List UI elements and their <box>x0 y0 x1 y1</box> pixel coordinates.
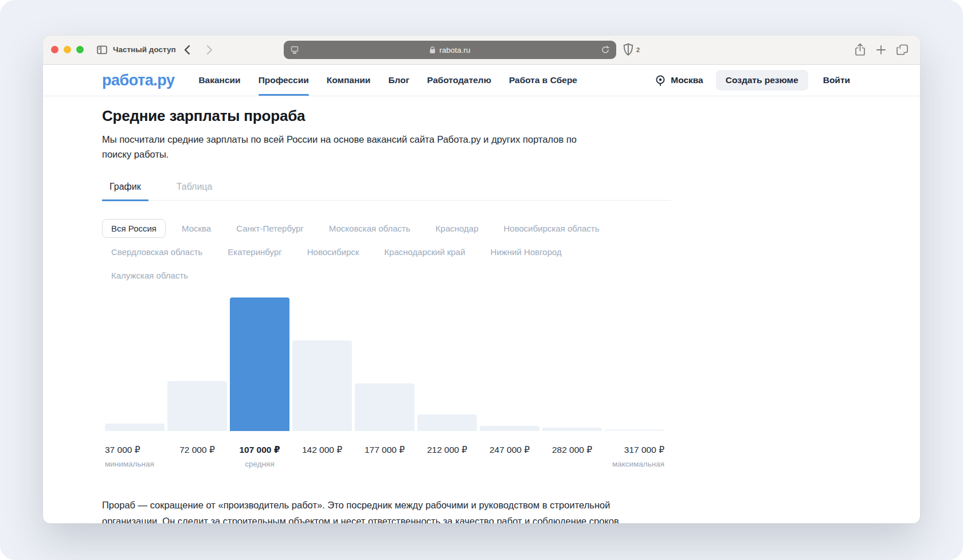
chart-label-column: 142 000 ₽ <box>292 445 352 469</box>
chart-bars <box>102 297 920 431</box>
chart-bar[interactable] <box>105 424 165 431</box>
salary-sublabel <box>480 460 539 469</box>
filter-row: Свердловская область Екатеринбург Новоси… <box>102 242 920 261</box>
filter-chip-sverdlovsk-region[interactable]: Свердловская область <box>102 242 212 261</box>
page-title: Средние зарплаты прораба <box>102 107 920 124</box>
salary-sublabel: максимальная <box>605 460 664 469</box>
salary-value-label: 317 000 ₽ <box>605 445 664 455</box>
filter-chip-kaluga-region[interactable]: Калужская область <box>102 266 197 285</box>
profession-about-text: Прораб — сокращение от «производитель ра… <box>102 497 661 523</box>
lock-icon <box>429 46 436 54</box>
salary-value-label: 142 000 ₽ <box>292 445 352 455</box>
chart-label-column: 177 000 ₽ <box>355 445 414 469</box>
region-filters: Вся Россия Москва Санкт-Петербург Москов… <box>102 219 920 285</box>
create-resume-button[interactable]: Создать резюме <box>716 70 808 91</box>
filter-chip-all-russia[interactable]: Вся Россия <box>102 219 166 238</box>
close-window-button[interactable] <box>51 46 58 53</box>
nav-item-blog[interactable]: Блог <box>388 65 409 96</box>
filter-chip-nizhny-novgorod[interactable]: Нижний Новгород <box>481 242 571 261</box>
private-mode-label: Частный доступ <box>113 45 176 54</box>
salary-value-label: 107 000 ₽ <box>230 445 289 455</box>
sidebar-toggle-icon[interactable] <box>96 44 108 56</box>
salary-value-label: 72 000 ₽ <box>167 445 227 455</box>
website-settings-icon[interactable] <box>291 46 299 54</box>
share-icon[interactable] <box>854 43 866 57</box>
chart-label-column: 107 000 ₽средняя <box>230 445 289 469</box>
desktop-background: Частный доступ rabota.ru <box>0 0 963 560</box>
filter-chip-krasnodar[interactable]: Краснодар <box>426 219 488 238</box>
chart-bar[interactable] <box>355 383 414 431</box>
header-right: Москва Создать резюме Войти <box>655 70 920 91</box>
chart-label-column: 247 000 ₽ <box>480 445 539 469</box>
back-button[interactable] <box>182 44 193 56</box>
salary-sublabel <box>167 460 227 469</box>
salary-sublabel <box>355 460 414 469</box>
salary-sublabel <box>417 460 477 469</box>
chart-bar[interactable] <box>417 414 477 431</box>
reload-icon[interactable] <box>601 45 610 54</box>
browser-window: Частный доступ rabota.ru <box>43 36 920 523</box>
shield-icon <box>623 43 633 56</box>
location-selector[interactable]: Москва <box>655 75 703 87</box>
zoom-window-button[interactable] <box>76 46 84 53</box>
salary-sublabel <box>542 460 602 469</box>
chart-bar[interactable] <box>605 429 664 431</box>
filter-chip-krasnodar-krai[interactable]: Краснодарский край <box>375 242 474 261</box>
tab-table[interactable]: Таблица <box>169 177 220 201</box>
url-display: rabota.ru <box>429 46 470 54</box>
chart-bar[interactable] <box>542 428 602 431</box>
login-button[interactable]: Войти <box>823 75 850 85</box>
salary-value-label: 247 000 ₽ <box>480 445 539 455</box>
chart-label-column: 282 000 ₽ <box>542 445 602 469</box>
filter-chip-moscow-region[interactable]: Московская область <box>320 219 420 238</box>
salary-value-label: 177 000 ₽ <box>355 445 414 455</box>
salary-value-label: 212 000 ₽ <box>417 445 477 455</box>
chart-bar[interactable] <box>292 340 352 431</box>
nav-item-professions[interactable]: Профессии <box>259 65 309 96</box>
minimize-window-button[interactable] <box>64 46 71 53</box>
location-label: Москва <box>671 75 703 85</box>
chart-label-column: 212 000 ₽ <box>417 445 477 469</box>
filter-row: Вся Россия Москва Санкт-Петербург Москов… <box>102 219 920 238</box>
chart-bar[interactable] <box>230 297 289 431</box>
view-tabs: График Таблица <box>102 177 671 201</box>
tab-overview-icon[interactable] <box>896 43 909 57</box>
filter-row: Калужская область <box>102 266 920 285</box>
filter-chip-spb[interactable]: Санкт-Петербург <box>227 219 313 238</box>
salary-value-label: 37 000 ₽ <box>105 445 165 455</box>
filter-chip-ekaterinburg[interactable]: Екатеринбург <box>218 242 291 261</box>
salary-value-label: 282 000 ₽ <box>542 445 602 455</box>
browser-chrome: Частный доступ rabota.ru <box>43 36 920 65</box>
url-text: rabota.ru <box>439 46 470 54</box>
nav-item-companies[interactable]: Компании <box>327 65 371 96</box>
tab-chart[interactable]: График <box>102 177 148 201</box>
salary-sublabel <box>292 460 352 469</box>
filter-chip-novosibirsk[interactable]: Новосибирск <box>298 242 369 261</box>
address-bar[interactable]: rabota.ru <box>284 41 616 59</box>
chrome-right-controls <box>854 43 909 57</box>
nav-item-vacancies[interactable]: Вакансии <box>198 65 240 96</box>
chart-bar[interactable] <box>167 381 227 431</box>
page-description: Мы посчитали средние зарплаты по всей Ро… <box>102 132 606 162</box>
traffic-lights <box>51 46 84 53</box>
nav-item-employer[interactable]: Работодателю <box>427 65 491 96</box>
new-tab-icon[interactable] <box>875 43 887 57</box>
page-content: Средние зарплаты прораба Мы посчитали ср… <box>43 107 920 523</box>
chart-bar[interactable] <box>480 426 539 431</box>
nav-item-sber[interactable]: Работа в Сбере <box>509 65 577 96</box>
chart-labels: 37 000 ₽минимальная72 000 ₽107 000 ₽сред… <box>102 445 920 469</box>
salary-sublabel: минимальная <box>105 460 165 469</box>
blocked-trackers-count: 2 <box>636 46 640 53</box>
filter-chip-novosibirsk-region[interactable]: Новосибирская область <box>494 219 608 238</box>
privacy-report[interactable]: 2 <box>623 43 640 56</box>
chart-label-column: 317 000 ₽максимальная <box>605 445 664 469</box>
chart-label-column: 37 000 ₽минимальная <box>105 445 165 469</box>
forward-button[interactable] <box>203 44 215 56</box>
salary-chart: 37 000 ₽минимальная72 000 ₽107 000 ₽сред… <box>102 297 920 469</box>
site-header: работа.ру Вакансии Профессии Компании Бл… <box>43 65 920 96</box>
location-pin-icon <box>655 75 666 87</box>
salary-sublabel: средняя <box>230 460 289 469</box>
chart-label-column: 72 000 ₽ <box>167 445 227 469</box>
site-logo[interactable]: работа.ру <box>102 72 174 89</box>
filter-chip-moscow[interactable]: Москва <box>173 219 220 238</box>
